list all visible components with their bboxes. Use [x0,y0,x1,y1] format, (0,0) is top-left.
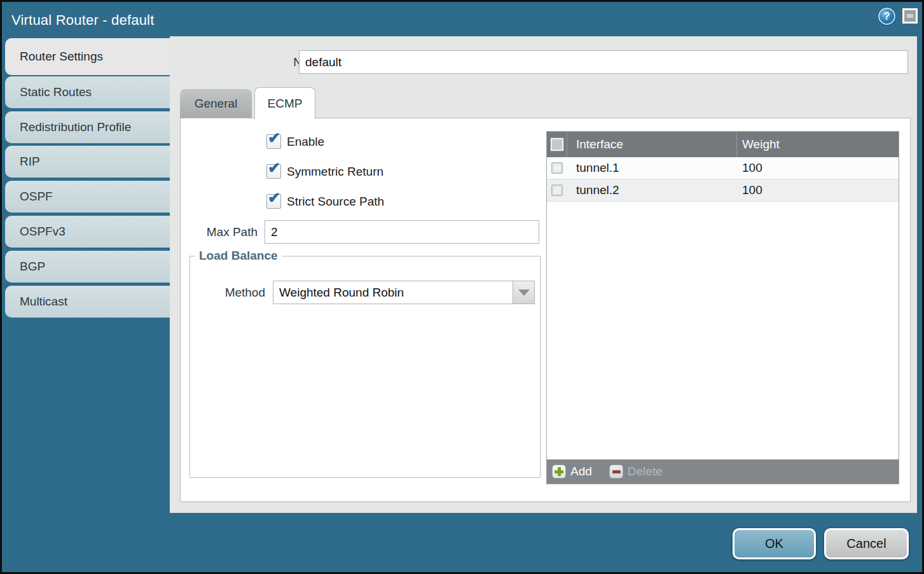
enable-checkbox[interactable]: ✔ [266,134,281,149]
cancel-button-label: Cancel [846,536,886,551]
sidebar-item-static-routes[interactable]: Static Routes [5,76,170,108]
check-icon: ✔ [268,159,280,177]
sidebar-item-ospf[interactable]: OSPF [5,181,170,213]
sidebar-item-redistribution-profile[interactable]: Redistribution Profile [5,111,170,143]
column-header-weight: Weight [742,137,780,151]
tab-ecmp-label: ECMP [268,97,303,111]
table-header: Interface Weight [547,132,899,157]
ecmp-tab-panel: ✔ Enable ✔ Symmetric Return ✔ Strict Sou… [180,118,911,502]
virtual-router-dialog: Virtual Router - default ? Router Settin… [2,2,922,572]
symmetric-return-checkbox[interactable]: ✔ [266,164,281,179]
check-icon: ✔ [268,189,280,207]
dialog-title: Virtual Router - default [11,9,155,32]
enable-label: Enable [287,134,324,150]
plus-icon [552,465,566,479]
delete-button[interactable]: Delete [609,465,663,479]
tab-general-label: General [195,97,238,111]
table-row[interactable]: tunnel.1 100 [547,157,899,179]
ok-button[interactable]: OK [733,528,816,559]
sidebar-item-multicast[interactable]: Multicast [5,286,170,318]
sidebar-item-label: OSPFv3 [20,225,66,239]
select-all-checkbox[interactable] [551,138,563,151]
cell-weight: 100 [742,183,762,197]
restore-window-icon-inner-bar [907,14,913,18]
table-footer: Add Delete [547,459,899,484]
interface-weight-table: Interface Weight tunnel.1 100 tunnel.2 1… [546,131,899,484]
sidebar-item-label: Router Settings [20,50,103,64]
cell-weight: 100 [742,161,762,175]
table-row[interactable]: tunnel.2 100 [547,179,899,202]
restore-window-icon-inner [904,10,916,22]
add-button[interactable]: Add [552,465,592,479]
sidebar-item-label: Redistribution Profile [20,120,131,134]
delete-button-label: Delete [628,465,663,479]
sidebar-item-ospfv3[interactable]: OSPFv3 [5,216,170,248]
cell-interface: tunnel.1 [576,161,619,175]
sidebar-item-rip[interactable]: RIP [5,146,170,178]
ok-button-label: OK [765,536,783,551]
sidebar-item-label: RIP [20,155,40,169]
sidebar-item-bgp[interactable]: BGP [5,251,170,283]
check-icon: ✔ [268,129,280,147]
tab-general[interactable]: General [180,89,252,118]
cancel-button[interactable]: Cancel [824,528,909,559]
tab-ecmp[interactable]: ECMP [254,87,315,119]
method-select-value: Weighted Round Robin [279,281,404,304]
row-checkbox[interactable] [551,185,563,196]
restore-window-icon[interactable] [902,8,918,24]
max-path-label: Max Path [181,220,258,244]
table-body-empty-area [547,202,899,459]
name-input[interactable] [299,50,908,74]
strict-source-path-label: Strict Source Path [287,194,384,209]
load-balance-group: Load Balance Method Weighted Round Robin [190,249,541,478]
column-header-interface: Interface [576,137,623,151]
method-dropdown-button[interactable] [513,281,534,304]
sidebar-item-label: OSPF [20,190,53,204]
help-icon[interactable]: ? [878,8,895,25]
row-checkbox[interactable] [551,162,563,174]
content-panel: Name General ECMP ✔ Enable ✔ Symmetric R… [170,36,917,513]
strict-source-path-checkbox[interactable]: ✔ [266,194,281,209]
sidebar-item-label: Multicast [20,295,67,309]
sidebar-item-label: Static Routes [20,85,92,99]
method-select[interactable]: Weighted Round Robin [273,281,535,304]
symmetric-return-label: Symmetric Return [287,164,383,179]
add-button-label: Add [570,465,592,479]
sidebar-item-label: BGP [20,260,45,274]
sidebar-item-router-settings[interactable]: Router Settings [5,38,170,75]
chevron-down-icon [518,290,530,296]
method-label: Method [190,281,265,304]
help-icon-glyph: ? [884,11,890,22]
max-path-input[interactable] [265,220,539,244]
cell-interface: tunnel.2 [576,183,619,197]
load-balance-legend: Load Balance [195,249,282,263]
minus-icon [609,465,623,479]
